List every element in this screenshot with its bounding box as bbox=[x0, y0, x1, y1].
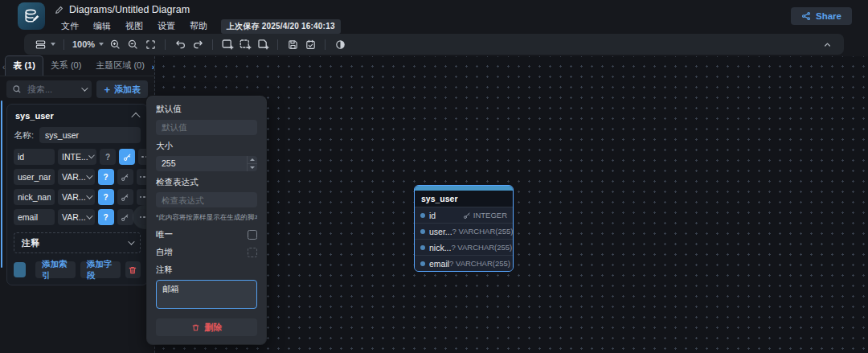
menu-view[interactable]: 视图 bbox=[118, 18, 150, 34]
tabs-scroll-right-icon[interactable]: › bbox=[152, 63, 154, 76]
active-table-indicator bbox=[1, 101, 2, 268]
zoom-out-icon bbox=[127, 39, 139, 51]
field-row-nick-name: VAR... ? bbox=[14, 189, 141, 205]
toolbar-divider bbox=[212, 39, 213, 50]
share-button[interactable]: Share bbox=[791, 7, 852, 25]
field-name-input[interactable] bbox=[14, 189, 55, 205]
todo-list-button[interactable] bbox=[301, 35, 319, 53]
add-table-icon bbox=[221, 38, 234, 51]
add-area-toolbar-button[interactable] bbox=[236, 35, 254, 53]
app-logo[interactable] bbox=[18, 2, 45, 30]
canvas-field-email[interactable]: email ? VARCHAR(255) bbox=[415, 255, 513, 271]
zoom-in-button[interactable] bbox=[106, 35, 124, 53]
canvas-field-nick-name[interactable]: nick... ? VARCHAR(255) bbox=[415, 239, 513, 255]
diagram-list-menu-button[interactable] bbox=[32, 35, 58, 53]
save-icon bbox=[287, 39, 299, 51]
key-icon bbox=[121, 173, 129, 182]
add-field-button[interactable]: 添加字段 bbox=[80, 261, 121, 278]
edit-title-icon[interactable] bbox=[54, 5, 64, 15]
default-value-input[interactable] bbox=[156, 120, 257, 135]
collapse-toolbar-button[interactable] bbox=[818, 35, 836, 53]
table-card-footer: 添加索引 添加字段 bbox=[14, 261, 141, 278]
caret-down-icon bbox=[99, 43, 104, 46]
main-area: ‹ 表 (1) 关系 (0) 主题区域 (0) › 搜索... bbox=[0, 56, 868, 353]
chevron-down-icon bbox=[86, 172, 92, 179]
table-comment-collapse[interactable]: 注释 bbox=[14, 232, 141, 253]
primary-key-toggle[interactable] bbox=[117, 189, 133, 205]
field-comment-label: 注释 bbox=[156, 265, 257, 276]
canvas-field-user-name[interactable]: user... ? VARCHAR(255) bbox=[415, 223, 513, 239]
field-name-input[interactable] bbox=[14, 149, 55, 165]
table-color-swatch[interactable] bbox=[14, 262, 26, 277]
field-type-value: VAR... bbox=[62, 172, 86, 182]
check-expression-input[interactable] bbox=[156, 192, 257, 207]
menu-settings[interactable]: 设置 bbox=[150, 18, 182, 34]
tab-subject-areas[interactable]: 主题区域 (0) bbox=[88, 56, 152, 76]
field-name-input[interactable] bbox=[14, 169, 55, 185]
table-accordion-sys-user: sys_user 名称: INTE... ? bbox=[6, 104, 148, 285]
nullable-toggle[interactable]: ? bbox=[98, 169, 114, 185]
nullable-toggle[interactable]: ? bbox=[98, 209, 114, 225]
table-accordion-header[interactable]: sys_user bbox=[14, 109, 141, 127]
undo-button[interactable] bbox=[171, 35, 189, 53]
add-area-icon bbox=[239, 38, 252, 51]
field-type-select[interactable]: INTE... bbox=[58, 149, 96, 165]
primary-key-toggle[interactable] bbox=[117, 169, 133, 185]
canvas-table-sys-user[interactable]: sys_user id INTEGER bbox=[414, 185, 514, 272]
save-button[interactable] bbox=[284, 35, 301, 53]
delete-field-button[interactable]: 删除 bbox=[156, 318, 257, 336]
canvas-field-name: user... bbox=[429, 227, 452, 236]
primary-key-toggle[interactable] bbox=[119, 149, 135, 165]
header-bar: Diagrams/Untitled Diagram 文件 编辑 视图 设置 帮助… bbox=[0, 0, 868, 32]
menu-file[interactable]: 文件 bbox=[54, 18, 86, 34]
add-note-toolbar-button[interactable] bbox=[254, 35, 272, 53]
field-anchor-dot[interactable] bbox=[420, 229, 425, 234]
zoom-level-button[interactable]: 100% bbox=[70, 35, 106, 53]
stepper-up-button[interactable] bbox=[248, 156, 257, 163]
field-anchor-dot[interactable] bbox=[420, 213, 425, 218]
tab-relationships[interactable]: 关系 (0) bbox=[43, 56, 89, 76]
table-name-input[interactable] bbox=[39, 127, 141, 143]
field-type-select[interactable]: VAR... bbox=[58, 209, 95, 225]
delete-table-button[interactable] bbox=[125, 261, 141, 278]
redo-button[interactable] bbox=[189, 35, 207, 53]
canvas-field-type: INTEGER bbox=[473, 211, 507, 220]
canvas-field-id[interactable]: id INTEGER bbox=[415, 207, 513, 223]
menu-edit[interactable]: 编辑 bbox=[86, 18, 118, 34]
table-name-row: 名称: bbox=[14, 127, 141, 143]
field-anchor-dot[interactable] bbox=[420, 261, 425, 266]
primary-key-toggle[interactable] bbox=[117, 209, 133, 225]
chevron-down-icon bbox=[86, 192, 92, 199]
app-window: Diagrams/Untitled Diagram 文件 编辑 视图 设置 帮助… bbox=[0, 0, 868, 353]
add-table-label: 添加表 bbox=[114, 84, 141, 96]
unique-row: 唯一 bbox=[156, 229, 257, 240]
size-input[interactable] bbox=[156, 156, 247, 171]
unique-checkbox[interactable] bbox=[248, 230, 257, 240]
search-input[interactable]: 搜索... bbox=[6, 80, 92, 98]
add-table-toolbar-button[interactable] bbox=[219, 35, 236, 53]
zoom-out-button[interactable] bbox=[124, 35, 141, 53]
field-anchor-dot[interactable] bbox=[420, 245, 425, 250]
field-row-user-name: VAR... ? bbox=[14, 169, 141, 185]
add-table-button[interactable]: + 添加表 bbox=[96, 80, 148, 98]
add-index-button[interactable]: 添加索引 bbox=[35, 261, 76, 278]
menu-help[interactable]: 帮助 bbox=[182, 18, 215, 34]
fit-screen-icon bbox=[145, 39, 157, 51]
canvas-field-name: email bbox=[429, 259, 449, 269]
autoincrement-checkbox bbox=[248, 248, 257, 257]
field-name-input[interactable] bbox=[14, 209, 55, 225]
field-row-id: INTE... ? bbox=[14, 149, 141, 165]
theme-toggle-button[interactable] bbox=[331, 35, 349, 53]
trash-icon bbox=[191, 323, 200, 332]
nullable-toggle[interactable]: ? bbox=[98, 189, 114, 205]
nullable-toggle[interactable]: ? bbox=[100, 149, 116, 165]
search-placeholder: 搜索... bbox=[27, 84, 76, 96]
fit-screen-button[interactable] bbox=[141, 35, 159, 53]
table-name-label: 名称: bbox=[14, 129, 34, 142]
tab-tables[interactable]: 表 (1) bbox=[5, 55, 43, 76]
table-accordion-title: sys_user bbox=[15, 111, 54, 121]
field-comment-textarea[interactable]: 邮箱 bbox=[156, 280, 257, 309]
field-type-select[interactable]: VAR... bbox=[58, 169, 95, 185]
stepper-down-button[interactable] bbox=[248, 163, 257, 171]
field-type-select[interactable]: VAR... bbox=[58, 189, 95, 205]
